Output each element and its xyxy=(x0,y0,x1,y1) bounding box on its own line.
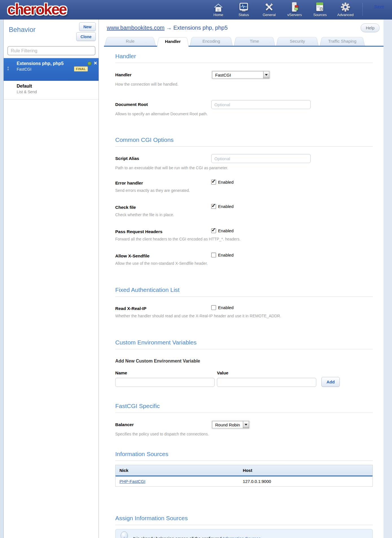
vserver-link[interactable]: www.bambookites.com xyxy=(107,25,165,31)
balancer-select[interactable]: Round Robin xyxy=(211,420,250,429)
section-divider xyxy=(115,349,373,349)
nav-label: Home xyxy=(214,13,223,17)
section-title: FastCGI Specific xyxy=(115,403,373,409)
field-label: Balancer xyxy=(115,420,211,427)
field-label: Error handler xyxy=(115,179,211,186)
section-common-cgi-options: Common CGI Options Script Alias Path to … xyxy=(115,136,373,266)
chevron-down-icon xyxy=(243,421,249,428)
sidebar-title: Behavior xyxy=(9,26,36,34)
section-title: Information Sources xyxy=(115,451,373,457)
tab-rule[interactable]: Rule xyxy=(104,36,156,46)
home-icon xyxy=(214,2,223,12)
env-name-column: Name xyxy=(115,370,215,387)
field-check-file: Check file ✓ Enabled Check whether the f… xyxy=(115,203,373,217)
section-title: Handler xyxy=(115,53,373,60)
env-variable-form: Name Value Add xyxy=(115,370,373,387)
section-title: Common CGI Options xyxy=(115,136,373,143)
field-description: How the connection will be handled. xyxy=(115,82,373,86)
section-information-sources: Information Sources Nick Host PHP-FastCG… xyxy=(115,451,373,487)
env-value-column: Value xyxy=(217,370,316,387)
scrollbar-track[interactable] xyxy=(384,19,392,538)
checkbox-icon: ✓ xyxy=(211,204,216,209)
status-icon xyxy=(239,2,249,12)
section-divider xyxy=(115,146,373,147)
rule-list: ↕ Extensions php, php5 FastCGI × FINAL D… xyxy=(4,58,99,99)
nav-item-general[interactable]: General xyxy=(260,2,278,17)
section-title: Custom Environment Variables xyxy=(115,339,373,346)
tab-security[interactable]: Security xyxy=(276,36,319,46)
rule-filter-input[interactable] xyxy=(7,46,95,55)
general-icon xyxy=(264,2,274,12)
column-header-host: Host xyxy=(239,465,373,476)
cherokee-logo[interactable]: cherokee xyxy=(7,1,66,18)
section-title: Assign Information Sources xyxy=(115,515,373,522)
env-value-input[interactable] xyxy=(217,378,316,387)
save-button[interactable]: Save xyxy=(374,4,384,9)
nav-item-home[interactable]: Home xyxy=(210,2,227,17)
section-handler: Handler Handler FastCGI How the connecti… xyxy=(115,53,373,116)
lightbulb-icon xyxy=(120,531,129,538)
rule-enabled-dot[interactable] xyxy=(88,62,92,66)
final-badge: FINAL xyxy=(74,66,88,71)
top-header: cherokee Home Status General vServers xyxy=(0,0,392,19)
field-description: Forward all the client headers to the CG… xyxy=(115,237,373,241)
checkbox-icon xyxy=(211,305,216,310)
drag-handle-icon[interactable]: ↕ xyxy=(6,65,10,71)
tab-handler[interactable]: Handler xyxy=(157,36,189,47)
rule-item-extensions-php[interactable]: ↕ Extensions php, php5 FastCGI × FINAL xyxy=(4,58,99,81)
nav-item-advanced[interactable]: Advanced xyxy=(337,2,354,17)
tab-encoding[interactable]: Encoding xyxy=(190,36,233,46)
check-file-checkbox[interactable]: ✓ Enabled xyxy=(211,203,234,209)
nav-label: Status xyxy=(239,13,249,17)
field-label: Read X-Real-IP xyxy=(115,304,211,311)
nav-item-sources[interactable]: Sources xyxy=(311,2,329,17)
section-divider xyxy=(115,525,373,525)
field-balancer: Balancer Round Robin Specifies the polic… xyxy=(115,420,373,436)
clone-rule-button[interactable]: Clone xyxy=(76,32,96,41)
env-name-input[interactable] xyxy=(115,378,215,387)
new-rule-button[interactable]: New xyxy=(79,22,96,31)
section-title: Fixed Authentication List xyxy=(115,287,373,293)
nav-item-vservers[interactable]: vServers xyxy=(286,2,303,17)
field-handler: Handler FastCGI How the connection will … xyxy=(115,70,373,86)
section-fixed-authentication: Fixed Authentication List Read X-Real-IP… xyxy=(115,287,373,318)
tab-time[interactable]: Time xyxy=(234,36,275,46)
nav-item-status[interactable]: Status xyxy=(235,2,252,17)
value-column-label: Value xyxy=(217,370,316,376)
rule-name: Default xyxy=(17,84,95,89)
field-description: Send errors exactly as they are generate… xyxy=(115,188,373,193)
nav-divider xyxy=(362,3,363,16)
source-nick-link[interactable]: PHP-FastCGI xyxy=(119,479,145,484)
balancing-note: It is already balancing among all the co… xyxy=(115,529,373,538)
table-row: PHP-FastCGI 127.0.0.1:9000 xyxy=(116,476,373,486)
sources-icon xyxy=(315,2,325,12)
section-divider xyxy=(115,296,373,297)
vservers-icon xyxy=(290,2,299,12)
section-divider xyxy=(115,413,373,413)
allow-x-sendfile-checkbox[interactable]: Enabled xyxy=(211,251,234,257)
rule-item-default[interactable]: Default List & Send xyxy=(4,81,99,99)
add-env-variable-button[interactable]: Add xyxy=(321,377,340,387)
breadcrumb: www.bambookites.com → Extensions php, ph… xyxy=(107,25,228,31)
close-icon[interactable]: × xyxy=(94,60,97,66)
read-x-real-ip-checkbox[interactable]: Enabled xyxy=(211,304,234,310)
handler-select[interactable]: FastCGI xyxy=(211,70,270,79)
help-button[interactable]: Help xyxy=(361,23,380,32)
checkbox-icon: ✓ xyxy=(211,228,216,233)
nav-label: vServers xyxy=(287,13,302,17)
field-label: Script Alias xyxy=(115,154,211,161)
rule-name: Extensions php, php5 xyxy=(17,61,95,66)
field-label: Document Root xyxy=(115,100,211,107)
field-script-alias: Script Alias Path to an executable that … xyxy=(115,154,373,170)
information-sources-link[interactable]: Information Sources xyxy=(223,536,261,538)
breadcrumb-arrow-icon: → xyxy=(166,25,172,31)
note-text: It is already balancing among all the co… xyxy=(133,536,262,538)
document-root-input[interactable] xyxy=(211,100,311,109)
tab-traffic-shaping[interactable]: Traffic Shaping xyxy=(320,36,365,46)
pass-request-headers-checkbox[interactable]: ✓ Enabled xyxy=(211,227,234,233)
error-handler-checkbox[interactable]: ✓ Enabled xyxy=(211,179,234,185)
script-alias-input[interactable] xyxy=(211,154,311,163)
main-panel: www.bambookites.com → Extensions php, ph… xyxy=(99,19,384,538)
field-description: Specifies the policy used to dispatch th… xyxy=(115,432,373,436)
field-allow-x-sendfile: Allow X-Sendfile Enabled Allow the use o… xyxy=(115,251,373,266)
